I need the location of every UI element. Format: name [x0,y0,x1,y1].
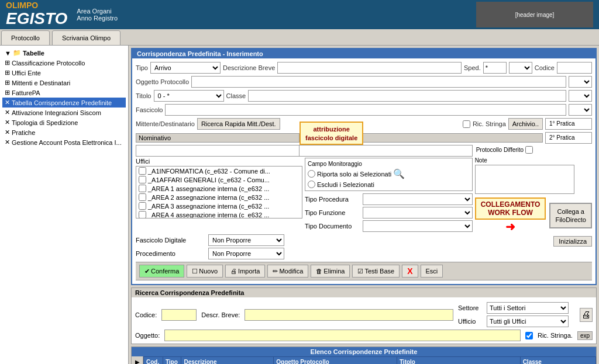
uffici-check-0[interactable] [139,167,146,175]
ufficio-label: Ufficio [458,318,484,325]
sidebar-item-classificazione[interactable]: ⊞ Classificazione Protocollo [2,58,126,68]
col-descrizione: Descrizione [181,357,274,365]
row-indicator: ▶ [132,356,143,364]
uffici-item-5[interactable]: _AREA 4 assegnazione interna (c_e632 ... [136,210,302,219]
fascicolo-select[interactable] [569,104,592,116]
testi-label: Testi Base [364,268,394,275]
nuovo-label: Nuovo [199,268,218,275]
fasc-digitale-select[interactable]: Non Proporre [208,234,284,246]
tipo-funzione-select[interactable] [363,207,473,219]
item-label: Gestione Account Posta Elettronica I... [12,139,122,146]
uffici-check-5[interactable] [139,211,146,219]
expand-icon: ▼ [5,50,11,57]
table-scroll[interactable]: Cod. Tipo Descrizione Oggetto Protocollo… [143,356,596,364]
radio-riporta-input[interactable] [308,170,315,178]
sidebar-item-mittenti[interactable]: ⊞ Mittenti e Destinatari [2,78,126,88]
x-btn[interactable]: X [402,265,418,278]
inizializza-btn[interactable]: Inizializza [553,236,592,247]
sidebar-item-uffici[interactable]: ⊞ Uffici Ente [2,68,126,78]
item-icon: ✕ [5,109,10,116]
sped-input[interactable] [483,62,507,74]
archivio-btn[interactable]: Archivio.. [508,118,543,130]
sidebar-item-fatture[interactable]: ⊞ FatturePA [2,88,126,98]
uffici-check-4[interactable] [139,202,146,210]
protocollo-differito-check[interactable] [525,146,533,154]
fascicolo-input[interactable] [165,104,566,116]
folder-icon: 📁 [13,49,21,57]
uffici-item-1[interactable]: _A1AFFARI GENERALI (c_e632 - Comu... [136,175,302,184]
item-label: Tabella Corrispondenze Predefinite [12,99,112,106]
tipo-select[interactable]: ArrivoPartenzaInterno [150,62,221,74]
nav-protocollo[interactable]: Protocollo [1,30,50,46]
item-label: FatturePA [12,89,40,96]
tipo-documento-select[interactable] [363,220,473,232]
oggetto-search-input[interactable] [164,330,521,341]
uffici-check-3[interactable] [139,193,146,201]
sidebar-item-attivazione[interactable]: ✕ Attivazione Integrazioni Siscom [2,108,126,117]
descr-breve-input[interactable] [277,62,462,74]
ric-stringa-checkbox[interactable] [463,120,470,128]
modifica-btn[interactable]: ✏ Modifica [267,265,308,278]
settore-select[interactable]: Tutti i Settori [487,302,569,314]
uffici-item-2[interactable]: _AREA 1 assegnazione interna (c_e632 ... [136,184,302,193]
panel-title: Corrispondenza Predefinita - Inserimento [132,49,595,58]
elimina-btn[interactable]: 🗑 Elimina [311,265,350,278]
sidebar-section-tabelle[interactable]: ▼ 📁 Tabelle [2,48,126,58]
uffici-item-3[interactable]: _AREA 2 assegnazione interna (c_e632 ... [136,193,302,202]
nuovo-btn[interactable]: ☐ Nuovo [187,265,223,278]
collega-filodiretto-btn[interactable]: Collega a FiloDirecto [549,203,592,229]
item-label: Classificazione Protocollo [12,60,85,67]
new-icon: ☐ [192,268,198,275]
oggetto-input[interactable] [191,76,566,88]
collegamento-row: COLLEGAMENTO WORK FLOW ➜ Collega a FiloD… [475,197,592,234]
classe-select[interactable] [569,90,592,102]
row-fascicolo: Fascicolo [136,104,592,116]
uffici-check-1[interactable] [139,176,146,183]
item-icon: ✕ [5,119,10,126]
note-textarea[interactable] [475,165,574,194]
radio-escludi-input[interactable] [308,181,315,188]
pratica1-input[interactable] [299,145,473,157]
titolo-select[interactable]: 0 - * [154,90,224,102]
sidebar-item-tabella-corrispondenze[interactable]: ✕ Tabella Corrispondenze Predefinite [2,98,126,108]
search-descr-input[interactable] [245,309,453,321]
radio-escludi: Escludi i Selezionati [308,181,470,188]
nav-scrivania[interactable]: Scrivania Olimpo [52,30,121,46]
printer-btn[interactable]: 🖨 [580,308,593,322]
codice-input[interactable] [557,62,592,74]
sidebar-item-pratiche[interactable]: ✕ Pratiche [2,127,126,137]
mittente-btn[interactable]: Ricerca Rapida Mitt./Dest. [197,118,280,130]
ric-stringa-search-check[interactable] [525,332,533,339]
header-image: [header image] [476,2,593,27]
radio-riporta: Riporta solo ai Selezionati 🔍 [308,168,470,179]
fasc-digitale-row: Fascicolo Digitale Non Proporre [136,234,473,246]
search-codice-input[interactable] [161,309,197,321]
table-title: Elenco Corrispondenze Predefinite [132,347,596,356]
testi-base-btn[interactable]: ☑ Testi Base [352,265,400,278]
protocollo-differito-label: Protocollo Differito [476,147,524,153]
procedimento-select[interactable]: Non Proporre [208,248,284,259]
ufficio-select[interactable]: Tutti gli Uffici [487,316,569,327]
nominativo-input-area[interactable] [136,145,300,157]
classe-input[interactable] [248,90,566,102]
sped-select[interactable] [509,62,532,74]
oggetto-select[interactable] [569,76,592,88]
uffici-item-0[interactable]: _A1INFORMATICA (c_e632 - Comune di... [136,167,302,175]
table-header-row: Cod. Tipo Descrizione Oggetto Protocollo… [144,357,596,365]
esci-btn[interactable]: Esci [421,265,443,278]
importa-btn[interactable]: 🖨 Importa [225,265,265,278]
sped-label: Sped. [464,64,481,71]
uffici-check-2[interactable] [139,185,146,192]
uffici-listbox[interactable]: _A1INFORMATICA (c_e632 - Comune di... _A… [136,166,302,219]
monitoraggio-icon[interactable]: 🔍 [393,168,405,179]
pratica2-label: 2° Pratica [549,134,574,141]
row-mittente: Mittente/Destinatario Ricerca Rapida Mit… [136,118,592,130]
fasc-proc-area: Fascicolo Digitale Non Proporre Procedim… [136,234,473,259]
conferma-label: Conferma [151,268,179,275]
sidebar-item-tipologia[interactable]: ✕ Tipologia di Spedizione [2,117,126,127]
sidebar-item-gestione-account[interactable]: ✕ Gestione Account Posta Elettronica I..… [2,137,126,147]
uffici-item-4[interactable]: _AREA 3 assegnazione interna (c_e632 ... [136,202,302,210]
conferma-btn[interactable]: ✔ Conferma [139,265,184,278]
tipo-procedura-select[interactable] [363,193,473,205]
exp-badge[interactable]: exp [577,331,593,340]
